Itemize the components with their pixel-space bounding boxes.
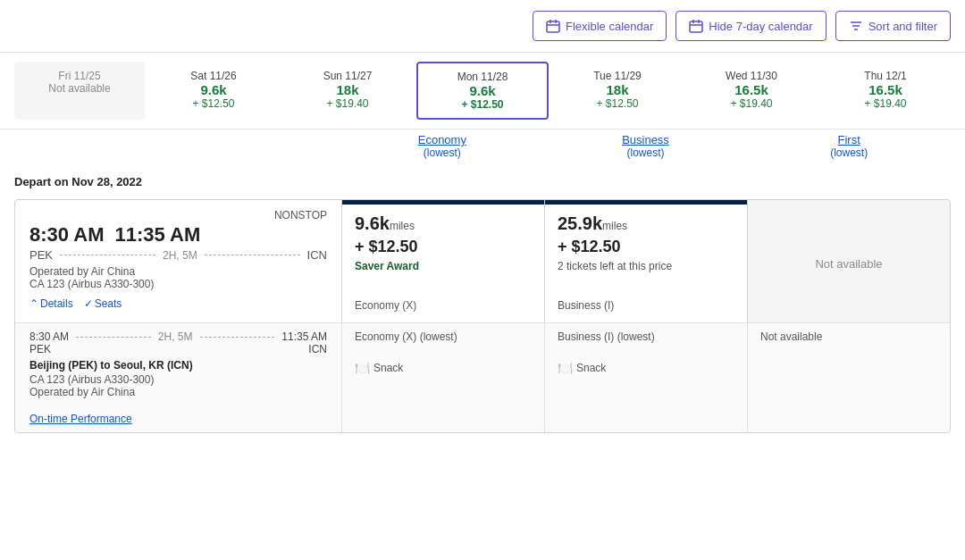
- flight-detail-info: 8:30 AM 2H, 5M 11:35 AM PEK ICN Beijing …: [15, 323, 341, 432]
- economy-col-header[interactable]: Economy (lowest): [340, 133, 544, 163]
- cal-miles: 18k: [289, 82, 407, 97]
- business-meal-row: 🍽️ Snack: [558, 361, 734, 375]
- filter-icon: [849, 19, 863, 33]
- cal-miles: 18k: [558, 82, 676, 97]
- business-header-link[interactable]: Business: [622, 133, 669, 146]
- economy-detail-class: Economy (X) (lowest): [355, 330, 532, 343]
- cal-date: Mon 11/28: [424, 71, 541, 83]
- cal-miles: 9.6k: [424, 83, 541, 98]
- meal-icon: 🍽️: [355, 361, 370, 375]
- depart-time: 8:30 AM: [29, 223, 105, 247]
- business-class-label: Business (I): [558, 299, 734, 312]
- details-link[interactable]: ⌃ Details: [29, 297, 73, 310]
- detail-depart-time: 8:30 AM: [29, 330, 69, 343]
- calendar-icon: [546, 19, 560, 33]
- detail-route-dots: [76, 337, 151, 338]
- sort-filter-label: Sort and filter: [868, 20, 937, 33]
- ontime-link[interactable]: On-time Performance: [29, 413, 132, 425]
- business-meal-icon: 🍽️: [558, 361, 573, 375]
- sort-filter-button[interactable]: Sort and filter: [835, 11, 951, 41]
- first-price-cell: Not available: [747, 200, 950, 322]
- seats-link[interactable]: ✓ Seats: [84, 297, 122, 310]
- economy-meal-label: Snack: [373, 362, 403, 374]
- economy-top-bar: [342, 200, 544, 205]
- first-detail-status: Not available: [760, 330, 937, 343]
- calendar-row: Fri 11/25 Not available Sat 11/26 9.6k +…: [0, 53, 965, 130]
- col-headers: Economy (lowest) Business (lowest) First…: [14, 133, 951, 168]
- business-header-sub: (lowest): [544, 146, 748, 159]
- arrive-time: 11:35 AM: [115, 223, 201, 247]
- flight-links: ⌃ Details ✓ Seats: [29, 297, 327, 310]
- cal-price: + $19.40: [289, 97, 407, 110]
- first-header-link[interactable]: First: [838, 133, 860, 146]
- calendar-cell-mon[interactable]: Mon 11/28 9.6k + $12.50: [416, 62, 549, 120]
- detail-route-label: Beijing (PEK) to Seoul, KR (ICN): [29, 359, 327, 372]
- time-row: 8:30 AM 11:35 AM: [29, 223, 327, 247]
- first-unavailable-label: Not available: [815, 257, 882, 271]
- cal-date: Thu 12/1: [827, 70, 944, 82]
- detail-from: PEK: [29, 343, 51, 355]
- calendar-cell-fri[interactable]: Fri 11/25 Not available: [14, 62, 145, 120]
- cal-miles: 16.5k: [827, 82, 944, 97]
- cal-date: Sat 11/26: [155, 70, 273, 82]
- aircraft-info: CA 123 (Airbus A330-300): [29, 278, 327, 290]
- detail-ontime[interactable]: On-time Performance: [29, 413, 327, 425]
- economy-price: + $12.50: [355, 238, 532, 256]
- calendar-cell-tue[interactable]: Tue 11/29 18k + $12.50: [552, 62, 683, 120]
- left-col-spacer: [14, 133, 340, 163]
- economy-header-sub: (lowest): [340, 146, 544, 159]
- cal-date: Sun 11/27: [289, 70, 407, 82]
- cal-price: + $12.50: [155, 97, 273, 110]
- check-icon: ✓: [84, 297, 93, 310]
- cal-status: Not available: [21, 82, 138, 95]
- calendar-cell-wed[interactable]: Wed 11/30 16.5k + $19.40: [686, 62, 817, 120]
- business-top-bar: [545, 200, 747, 205]
- cal-date: Wed 11/30: [692, 70, 810, 82]
- cal-price: + $12.50: [558, 97, 676, 110]
- nonstop-label: NONSTOP: [29, 209, 327, 221]
- cal-price: + $19.40: [692, 97, 810, 110]
- flight-detail-row: 8:30 AM 2H, 5M 11:35 AM PEK ICN Beijing …: [15, 322, 950, 432]
- calendar-cell-sun[interactable]: Sun 11/27 18k + $19.40: [282, 62, 413, 120]
- col-headers-wrapper: Economy (lowest) Business (lowest) First…: [0, 130, 965, 168]
- hide-calendar-button[interactable]: Hide 7-day calendar: [676, 11, 826, 41]
- detail-arrive-time: 11:35 AM: [281, 330, 327, 343]
- chevron-up-icon: ⌃: [29, 297, 38, 310]
- detail-to: ICN: [308, 343, 327, 355]
- flexible-calendar-button[interactable]: Flexible calendar: [533, 11, 667, 41]
- from-airport: PEK: [29, 248, 53, 262]
- economy-miles: 9.6kmiles: [355, 213, 532, 234]
- cal-miles: 16.5k: [692, 82, 810, 97]
- first-col-header[interactable]: First (lowest): [747, 133, 951, 163]
- first-detail-cell: Not available: [747, 323, 950, 432]
- toolbar: Flexible calendar Hide 7-day calendar So…: [0, 0, 965, 53]
- cal-price: + $19.40: [827, 97, 944, 110]
- business-price-cell[interactable]: 25.9kmiles + $12.50 2 tickets left at th…: [544, 200, 747, 322]
- business-detail-cell: Business (I) (lowest) 🍽️ Snack: [544, 323, 747, 432]
- cal-date: Tue 11/29: [558, 70, 676, 82]
- depart-label: Depart on Nov 28, 2022: [0, 168, 965, 192]
- economy-saver: Saver Award: [355, 260, 532, 272]
- first-header-sub: (lowest): [747, 146, 951, 159]
- flight-duration: 2H, 5M: [163, 249, 197, 262]
- business-price: + $12.50: [558, 238, 734, 256]
- to-airport: ICN: [307, 248, 327, 262]
- flight-main-row: NONSTOP 8:30 AM 11:35 AM PEK 2H, 5M ICN …: [15, 200, 950, 322]
- calendar-cell-thu[interactable]: Thu 12/1 16.5k + $19.40: [820, 62, 951, 120]
- economy-price-cell[interactable]: 9.6kmiles + $12.50 Saver Award Economy (…: [341, 200, 544, 322]
- operated-by: Operated by Air China: [29, 265, 327, 278]
- route-dots: [60, 255, 155, 255]
- business-col-header[interactable]: Business (lowest): [544, 133, 748, 163]
- economy-header-link[interactable]: Economy: [418, 133, 466, 146]
- economy-class-label: Economy (X): [355, 299, 532, 312]
- business-tickets-left: 2 tickets left at this price: [558, 260, 734, 272]
- detail-airport-row: PEK ICN: [29, 343, 327, 355]
- svg-rect-4: [690, 21, 702, 32]
- business-meal-label: Snack: [576, 362, 606, 374]
- flight-card: NONSTOP 8:30 AM 11:35 AM PEK 2H, 5M ICN …: [14, 199, 951, 433]
- calendar-cell-sat[interactable]: Sat 11/26 9.6k + $12.50: [148, 62, 279, 120]
- svg-rect-0: [547, 21, 559, 32]
- flexible-calendar-label: Flexible calendar: [566, 20, 653, 33]
- route-dots-2: [205, 255, 300, 255]
- business-detail-class: Business (I) (lowest): [558, 330, 734, 343]
